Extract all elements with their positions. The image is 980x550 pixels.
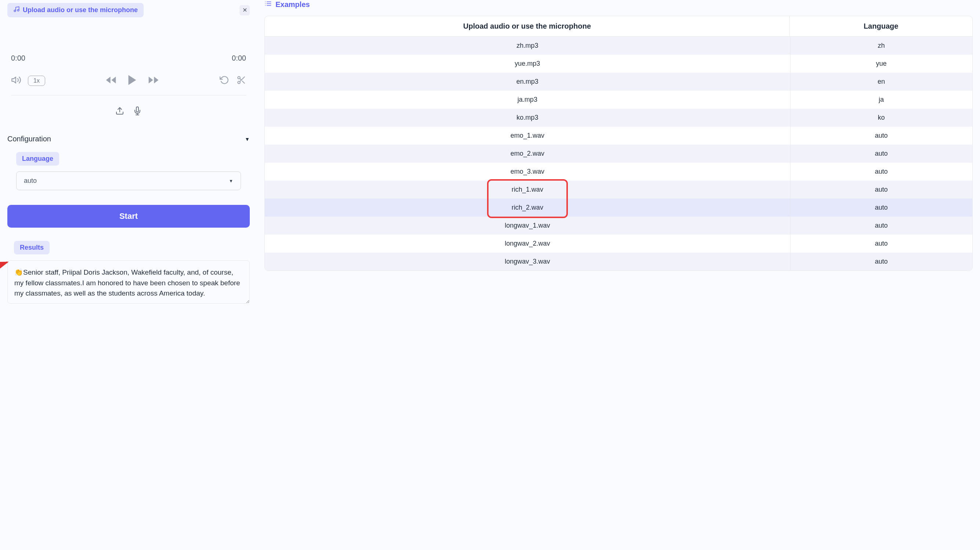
table-cell-file: rich_1.wav: [265, 181, 791, 199]
table-cell-language: auto: [791, 181, 972, 199]
language-label: Language: [16, 152, 59, 165]
svg-marker-7: [149, 77, 153, 84]
examples-header: Examples: [264, 0, 973, 9]
table-cell-language: auto: [791, 199, 972, 217]
table-cell-language: auto: [791, 145, 972, 163]
microphone-button[interactable]: [133, 107, 142, 116]
volume-button[interactable]: [11, 75, 21, 86]
table-cell-language: ja: [791, 91, 972, 109]
player-left-controls: 1x: [11, 75, 45, 86]
table-cell-language: auto: [791, 127, 972, 145]
table-cell-language: en: [791, 73, 972, 91]
language-value: auto: [24, 177, 37, 185]
table-row[interactable]: longwav_1.wavauto: [265, 217, 972, 235]
caret-down-icon: ▼: [229, 178, 233, 184]
player-center-controls: [105, 73, 159, 88]
table-cell-language: yue: [791, 55, 972, 73]
upload-audio-label: Upload audio or use the microphone: [7, 3, 144, 17]
right-panel: Examples Upload audio or use the microph…: [264, 0, 973, 304]
upload-header: Upload audio or use the microphone ✕: [7, 3, 250, 17]
table-row[interactable]: longwav_3.wavauto: [265, 253, 972, 270]
svg-marker-5: [129, 75, 136, 85]
svg-marker-6: [154, 77, 159, 84]
reset-button[interactable]: [220, 75, 229, 86]
table-row[interactable]: emo_3.wavauto: [265, 163, 972, 181]
player-times: 0:00 0:00: [11, 54, 246, 62]
table-cell-file: en.mp3: [265, 73, 791, 91]
table-cell-language: auto: [791, 253, 972, 270]
table-row[interactable]: emo_1.wavauto: [265, 127, 972, 145]
left-panel: Upload audio or use the microphone ✕ 0:0…: [7, 0, 250, 304]
table-cell-file: yue.mp3: [265, 55, 791, 73]
list-icon: [264, 0, 272, 9]
forward-button[interactable]: [148, 74, 159, 87]
table-cell-file: ja.mp3: [265, 91, 791, 109]
table-cell-language: auto: [791, 217, 972, 235]
volume-icon: [11, 75, 21, 86]
table-cell-language: ko: [791, 109, 972, 127]
table-cell-language: zh: [791, 37, 972, 55]
results-output[interactable]: 👏Senior staff, Priipal Doris Jackson, Wa…: [7, 260, 250, 304]
player-end-time: 0:00: [232, 54, 246, 62]
close-button[interactable]: ✕: [240, 5, 250, 16]
table-row[interactable]: yue.mp3yue: [265, 55, 972, 73]
audio-player: 0:00 0:00 1x: [7, 17, 250, 127]
upload-actions: [11, 103, 246, 120]
examples-table: Upload audio or use the microphone Langu…: [264, 16, 973, 271]
table-cell-file: longwav_2.wav: [265, 235, 791, 253]
table-cell-file: emo_2.wav: [265, 145, 791, 163]
scissors-icon: [237, 75, 246, 86]
upload-file-button[interactable]: [115, 107, 124, 116]
forward-icon: [148, 74, 159, 87]
music-note-icon: [13, 6, 20, 14]
speed-badge[interactable]: 1x: [28, 76, 45, 86]
microphone-icon: [133, 107, 142, 116]
table-cell-file: ko.mp3: [265, 109, 791, 127]
reset-icon: [220, 75, 229, 86]
play-icon: [126, 73, 139, 88]
table-row[interactable]: emo_2.wavauto: [265, 145, 972, 163]
table-row[interactable]: ko.mp3ko: [265, 109, 972, 127]
player-start-time: 0:00: [11, 54, 25, 62]
player-controls: 1x: [11, 73, 246, 88]
table-cell-language: auto: [791, 235, 972, 253]
svg-point-1: [17, 10, 19, 11]
rewind-icon: [105, 74, 117, 87]
upload-icon: [115, 107, 124, 116]
column-header-audio: Upload audio or use the microphone: [265, 16, 790, 37]
table-row[interactable]: en.mp3en: [265, 73, 972, 91]
table-cell-file: longwav_3.wav: [265, 253, 791, 270]
chevron-down-icon: ▼: [245, 136, 250, 142]
svg-line-11: [242, 81, 245, 83]
svg-point-0: [14, 10, 16, 12]
svg-marker-3: [106, 77, 111, 84]
language-select[interactable]: auto ▼: [16, 172, 241, 190]
svg-marker-4: [112, 77, 116, 84]
results-label: Results: [14, 241, 49, 254]
play-button[interactable]: [126, 73, 139, 88]
table-row[interactable]: rich_1.wavauto: [265, 181, 972, 199]
results-emoji: 👏: [14, 269, 23, 276]
column-header-language: Language: [790, 16, 972, 37]
start-button[interactable]: Start: [7, 205, 250, 227]
table-row[interactable]: ja.mp3ja: [265, 91, 972, 109]
divider: [11, 95, 246, 95]
table-cell-file: emo_1.wav: [265, 127, 791, 145]
table-row[interactable]: zh.mp3zh: [265, 37, 972, 55]
table-cell-language: auto: [791, 163, 972, 181]
player-right-controls: [220, 75, 246, 86]
trim-button[interactable]: [237, 75, 246, 86]
table-row[interactable]: longwav_2.wavauto: [265, 235, 972, 253]
configuration-header[interactable]: Configuration ▼: [7, 135, 250, 143]
results-text: Senior staff, Priipal Doris Jackson, Wak…: [14, 269, 240, 297]
rewind-button[interactable]: [105, 74, 117, 87]
configuration-title: Configuration: [7, 135, 51, 143]
svg-line-12: [240, 79, 241, 80]
table-cell-file: longwav_1.wav: [265, 217, 791, 235]
examples-header-row: Upload audio or use the microphone Langu…: [265, 16, 972, 37]
examples-title: Examples: [275, 0, 310, 9]
svg-marker-2: [12, 77, 16, 83]
table-cell-file: zh.mp3: [265, 37, 791, 55]
table-row[interactable]: rich_2.wavauto: [265, 199, 972, 217]
table-cell-file: rich_2.wav: [265, 199, 791, 217]
